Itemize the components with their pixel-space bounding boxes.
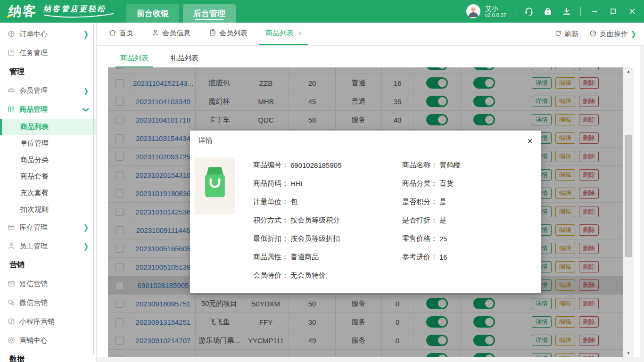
sidebar-item-任务管理[interactable]: 任务管理 <box>0 43 96 62</box>
sidebar-item-库存管理[interactable]: 库存管理❯ <box>0 218 96 237</box>
scroll-down-arrow[interactable]: ▼ <box>623 349 634 357</box>
edit-button[interactable]: 编辑 <box>555 96 575 107</box>
edit-button[interactable]: 编辑 <box>555 243 575 255</box>
maximize-button[interactable] <box>608 6 619 16</box>
edit-button[interactable]: 编辑 <box>555 132 575 144</box>
edit-button[interactable]: 编辑 <box>555 77 575 89</box>
product-id-link[interactable]: 20231102093725 <box>136 153 190 161</box>
sidebar-item-单位管理[interactable]: 单位管理 <box>0 135 96 152</box>
shelf-toggle[interactable] <box>426 114 448 125</box>
detail-button[interactable]: 详情 <box>532 114 552 126</box>
detail-button[interactable]: 详情 <box>532 96 552 107</box>
edit-button[interactable]: 编辑 <box>555 298 575 310</box>
tab-close-icon[interactable]: × <box>298 29 302 37</box>
product-id-link[interactable]: 20231010142536 <box>136 208 191 216</box>
edit-button[interactable]: 编辑 <box>555 169 575 181</box>
points-toggle[interactable] <box>473 353 495 357</box>
delete-button[interactable]: 删除 <box>579 151 599 163</box>
edit-button[interactable]: 编辑 <box>555 353 575 357</box>
shelf-toggle[interactable] <box>426 96 448 107</box>
delete-button[interactable]: 删除 <box>579 353 599 357</box>
product-id-link[interactable]: 20231103154434 <box>136 134 190 142</box>
service-icon[interactable] <box>524 6 534 16</box>
product-id-link[interactable]: 20231009111446 <box>136 226 190 234</box>
product-id-link[interactable]: 20231005105139 <box>136 263 191 271</box>
sidebar-item-扣次规则[interactable]: 扣次规则 <box>0 201 96 218</box>
edit-button[interactable]: 编辑 <box>555 316 575 328</box>
row-checkbox[interactable] <box>116 67 124 69</box>
row-checkbox[interactable] <box>116 153 124 161</box>
row-checkbox[interactable] <box>116 226 124 234</box>
sidebar-item-员工管理[interactable]: 员工管理❯ <box>0 237 96 255</box>
scrollbar-thumb[interactable] <box>625 135 632 257</box>
tab-会员列表[interactable]: 会员列表 <box>202 23 254 45</box>
edit-button[interactable]: 编辑 <box>555 67 575 70</box>
row-checkbox[interactable] <box>116 337 124 345</box>
lock-icon[interactable] <box>543 6 553 16</box>
points-toggle[interactable] <box>473 114 495 125</box>
delete-button[interactable]: 删除 <box>579 77 599 89</box>
points-toggle[interactable] <box>473 77 495 89</box>
detail-button[interactable]: 详情 <box>532 316 552 328</box>
product-id-link[interactable]: 20231005165605 <box>136 245 191 253</box>
product-id-link[interactable]: 20231019180836 <box>136 189 191 197</box>
sidebar-item-小程序营销[interactable]: 小程序营销 <box>0 312 96 331</box>
row-checkbox[interactable] <box>116 79 124 87</box>
table-scrollbar[interactable]: ▲ ▼ <box>623 67 634 357</box>
modal-close-icon[interactable]: × <box>527 136 533 146</box>
download-icon[interactable] <box>561 6 572 16</box>
content-tab-商品列表[interactable]: 商品列表 <box>116 49 153 67</box>
product-id-link[interactable]: 6901028185905 <box>138 281 189 289</box>
detail-button[interactable]: 详情 <box>532 67 552 70</box>
sidebar-item-短信营销[interactable]: 短信营销 <box>0 274 96 293</box>
delete-button[interactable]: 删除 <box>579 243 599 255</box>
minimize-button[interactable] <box>589 6 600 16</box>
row-checkbox[interactable] <box>116 318 124 326</box>
delete-button[interactable]: 删除 <box>579 206 599 218</box>
shelf-toggle[interactable] <box>426 316 448 328</box>
product-id-link[interactable]: 20230910214707 <box>136 337 191 345</box>
action-页面操作[interactable]: 页面操作❯ <box>589 29 636 39</box>
edit-button[interactable]: 编辑 <box>555 224 575 236</box>
delete-button[interactable]: 删除 <box>579 67 599 70</box>
sidebar-item-订单中心[interactable]: 订单中心❯ <box>0 25 96 43</box>
points-toggle[interactable] <box>473 96 495 107</box>
sidebar-item-商品套餐[interactable]: 商品套餐 <box>0 168 96 185</box>
sidebar-item-微信营销[interactable]: 微信营销 <box>0 293 96 312</box>
row-checkbox[interactable] <box>116 263 124 271</box>
content-tab-礼品列表[interactable]: 礼品列表 <box>165 49 203 67</box>
header-tab-0[interactable]: 前台收银 <box>126 4 179 23</box>
delete-button[interactable]: 删除 <box>579 316 599 328</box>
edit-button[interactable]: 编辑 <box>555 206 575 218</box>
row-checkbox[interactable] <box>116 281 124 289</box>
sidebar-item-商品分类[interactable]: 商品分类 <box>0 152 96 168</box>
edit-button[interactable]: 编辑 <box>555 151 575 163</box>
detail-button[interactable]: 详情 <box>532 335 552 346</box>
points-toggle[interactable] <box>473 335 495 346</box>
row-checkbox[interactable] <box>116 134 124 142</box>
edit-button[interactable]: 编辑 <box>555 114 575 126</box>
row-checkbox[interactable] <box>116 116 124 124</box>
points-toggle[interactable] <box>473 67 495 70</box>
action-刷新[interactable]: 刷新 <box>554 29 578 39</box>
row-checkbox[interactable] <box>116 245 124 253</box>
sidebar-item-会员管理[interactable]: 会员管理❯ <box>0 81 96 100</box>
detail-button[interactable]: 详情 <box>532 353 552 357</box>
row-checkbox[interactable] <box>116 189 124 197</box>
row-checkbox[interactable] <box>116 171 124 179</box>
shelf-toggle[interactable] <box>426 353 448 357</box>
sidebar-item-充次套餐[interactable]: 充次套餐 <box>0 185 96 201</box>
row-checkbox[interactable] <box>116 98 124 106</box>
edit-button[interactable]: 编辑 <box>555 280 575 291</box>
sidebar-item-营销中心[interactable]: 营销中心 <box>0 331 96 350</box>
product-id-link[interactable]: 20231020154310 <box>136 171 191 179</box>
shelf-toggle[interactable] <box>426 298 448 309</box>
delete-button[interactable]: 删除 <box>579 96 599 107</box>
delete-button[interactable]: 删除 <box>579 335 599 346</box>
delete-button[interactable]: 删除 <box>579 169 599 181</box>
tab-会员信息[interactable]: 会员信息 <box>145 23 197 45</box>
shelf-toggle[interactable] <box>426 335 448 346</box>
detail-button[interactable]: 详情 <box>532 298 552 310</box>
product-id-link[interactable]: 20231104152143... <box>133 79 193 87</box>
edit-button[interactable]: 编辑 <box>555 335 575 346</box>
